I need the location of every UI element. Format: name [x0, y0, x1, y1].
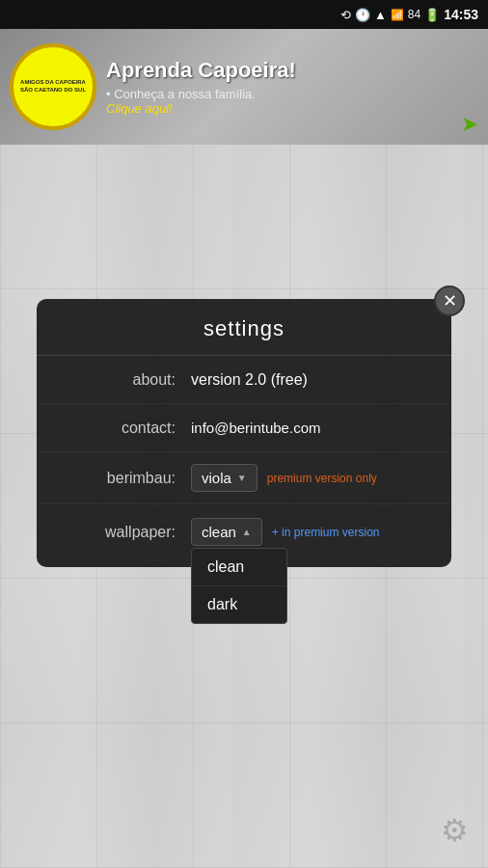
contact-row: contact: info@berintube.com [37, 404, 451, 452]
battery-level: 84 [408, 8, 420, 21]
wallpaper-dropdown-button[interactable]: clean ▲ [191, 518, 262, 546]
ad-logo: AMIGOS DA CAPOEIRA SÃO CAETANO DO SUL [10, 43, 96, 130]
wallpaper-label: wallpaper: [60, 524, 176, 541]
wallpaper-option-dark[interactable]: dark [192, 585, 286, 623]
dialog-title: settings [37, 299, 451, 356]
settings-dialog: ✕ settings about: version 2.0 (free) con… [37, 299, 451, 567]
wallpaper-dropdown-menu: clean dark [191, 548, 287, 624]
status-time: 14:53 [444, 7, 478, 22]
status-icons: ⟲ 🕐 ▲ 📶 84 🔋 14:53 [340, 7, 478, 22]
berimbau-select-wrapper: viola ▼ premium version only [191, 464, 377, 492]
ad-bullet: • Conheça a nossa família. [106, 87, 478, 101]
contact-value[interactable]: info@berintube.com [191, 420, 320, 436]
wifi-icon: ▲ [374, 8, 387, 22]
dialog-close-button[interactable]: ✕ [434, 285, 465, 316]
berimbau-row: berimbau: viola ▼ premium version only [37, 452, 451, 504]
ad-content: Aprenda Capoeira! • Conheça a nossa famí… [96, 48, 488, 125]
berimbau-label: berimbau: [60, 470, 176, 487]
ad-close-button[interactable]: ➤ [461, 112, 478, 137]
ad-banner-background: AMIGOS DA CAPOEIRA SÃO CAETANO DO SUL Ap… [0, 29, 488, 145]
battery-icon: 🔋 [424, 8, 440, 22]
contact-label: contact: [60, 420, 176, 437]
wallpaper-premium-label: + in premium version [272, 526, 380, 539]
ad-link[interactable]: Clique aqui! [106, 101, 478, 116]
about-row: about: version 2.0 (free) [37, 356, 451, 404]
wallpaper-row: wallpaper: clean ▲ clean dark + in premi… [37, 504, 451, 557]
berimbau-dropdown-arrow: ▼ [237, 473, 247, 483]
clock-icon: 🕐 [355, 8, 370, 22]
wallpaper-selected-value: clean [202, 524, 236, 540]
wallpaper-dropdown-arrow: ▲ [242, 527, 252, 537]
berimbau-selected-value: viola [202, 470, 231, 486]
close-icon: ✕ [443, 290, 457, 312]
about-value: version 2.0 (free) [191, 371, 308, 389]
wallpaper-dropdown-wrapper: clean ▲ clean dark [191, 518, 262, 546]
wallpaper-option-clean[interactable]: clean [192, 549, 286, 585]
signal-icon: 📶 [391, 9, 404, 21]
about-label: about: [60, 371, 176, 389]
dialog-overlay: ✕ settings about: version 2.0 (free) con… [0, 145, 488, 868]
status-bar: ⟲ 🕐 ▲ 📶 84 🔋 14:53 [0, 0, 488, 29]
ad-title: Aprenda Capoeira! [106, 58, 478, 83]
ad-banner[interactable]: AMIGOS DA CAPOEIRA SÃO CAETANO DO SUL Ap… [0, 29, 488, 145]
berimbau-premium-label: premium version only [267, 472, 377, 485]
rotate-icon: ⟲ [340, 8, 351, 22]
berimbau-dropdown[interactable]: viola ▼ [191, 464, 258, 492]
